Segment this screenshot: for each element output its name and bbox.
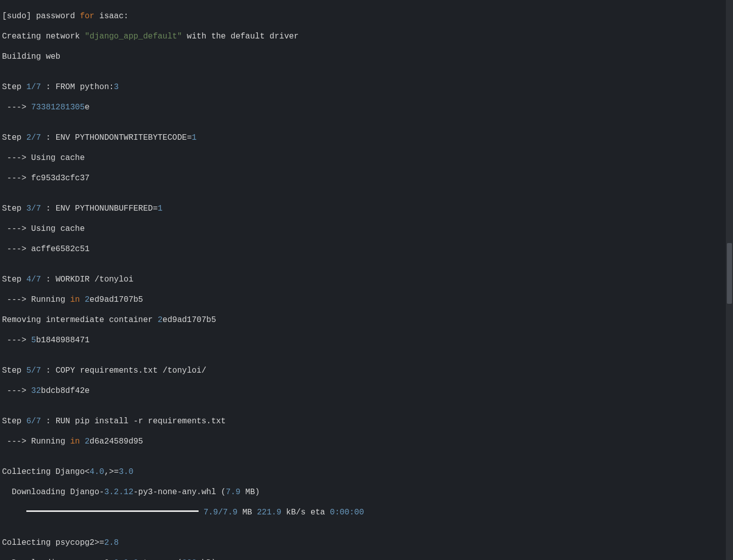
line-step2-hash: ---> fc953d3cfc37 — [2, 173, 731, 183]
line-dl-psycopg2: Downloading psycopg2-2.9.3.tar.gz (380 k… — [2, 558, 731, 560]
line-step3: Step 3/7 : ENV PYTHONUNBUFFERED=1 — [2, 204, 731, 214]
line-step4: Step 4/7 : WORKDIR /tonyloi — [2, 274, 731, 285]
line-step2: Step 2/7 : ENV PYTHONDONTWRITEBYTECODE=1 — [2, 133, 731, 143]
progress-bar — [26, 510, 199, 512]
scrollbar-thumb[interactable] — [727, 243, 732, 304]
terminal-output[interactable]: [sudo] password for isaac: Creating netw… — [0, 0, 733, 560]
line-step3-cache: ---> Using cache — [2, 224, 731, 234]
line-step4-removing: Removing intermediate container 2ed9ad17… — [2, 315, 731, 325]
line-collect-psycopg2: Collecting psycopg2>=2.8 — [2, 538, 731, 548]
line-step1-hash: ---> 73381281305e — [2, 102, 731, 112]
line-step1: Step 1/7 : FROM python:3 — [2, 82, 731, 92]
line-step4-running: ---> Running in 2ed9ad1707b5 — [2, 295, 731, 305]
line-creating-network: Creating network "django_app_default" wi… — [2, 31, 731, 42]
line-step6-running: ---> Running in 2d6a24589d95 — [2, 436, 731, 447]
line-step6: Step 6/7 : RUN pip install -r requiremen… — [2, 416, 731, 426]
line-step2-cache: ---> Using cache — [2, 153, 731, 163]
line-dl-django: Downloading Django-3.2.12-py3-none-any.w… — [2, 487, 731, 497]
line-collect-django: Collecting Django<4.0,>=3.0 — [2, 467, 731, 477]
line-building: Building web — [2, 52, 731, 62]
line-step5-hash: ---> 32bdcb8df42e — [2, 386, 731, 396]
scrollbar-vertical[interactable] — [726, 0, 733, 560]
line-prog-django: 7.9/7.9 MB 221.9 kB/s eta 0:00:00 — [2, 507, 731, 517]
line-sudo: [sudo] password for isaac: — [2, 11, 731, 21]
line-step4-hash: ---> 5b1848988471 — [2, 335, 731, 345]
line-step5: Step 5/7 : COPY requirements.txt /tonylo… — [2, 366, 731, 376]
line-step3-hash: ---> acffe6582c51 — [2, 244, 731, 254]
